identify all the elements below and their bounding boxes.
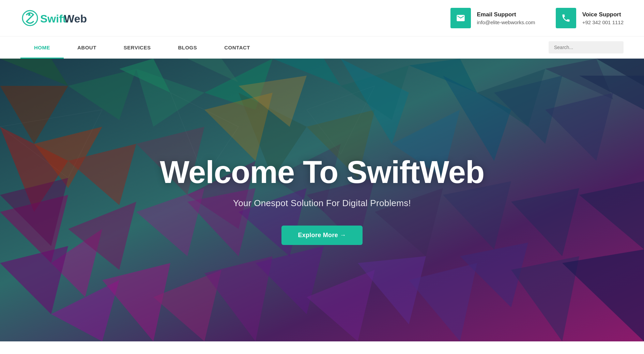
hero-title: Welcome To SwiftWeb [160,155,484,189]
svg-text:Web: Web [64,13,87,25]
logo[interactable]: Swift Web [20,6,95,30]
hero-content: Welcome To SwiftWeb Your Onespot Solutio… [153,155,491,245]
nav-item-blogs[interactable]: BLOGS [164,36,211,59]
email-address: info@elite-webworks.com [477,19,535,25]
contact-items: Email Support info@elite-webworks.com Vo… [450,8,624,28]
nav-item-home[interactable]: HOME [20,36,64,59]
explore-more-button[interactable]: Explore More → [281,226,362,245]
email-support-label: Email Support [477,11,535,18]
nav-links: HOME ABOUT SERVICES BLOGS CONTACT [20,36,549,59]
nav-item-about[interactable]: ABOUT [64,36,110,59]
phone-icon-box [556,8,576,28]
nav-item-services[interactable]: SERVICES [110,36,165,59]
nav-link-home[interactable]: HOME [20,36,64,59]
svg-text:Swift: Swift [40,13,66,25]
hero-section: Welcome To SwiftWeb Your Onespot Solutio… [0,59,644,341]
email-contact-item: Email Support info@elite-webworks.com [450,8,535,28]
phone-contact-item: Voice Support +92 342 001 1112 [556,8,624,28]
nav-item-contact[interactable]: CONTACT [211,36,264,59]
search-box[interactable] [549,41,624,53]
nav-link-services[interactable]: SERVICES [110,36,165,59]
email-icon [456,13,465,23]
header-top: Swift Web Email Support info@elite-webwo… [0,0,644,36]
phone-icon [561,13,571,23]
nav-link-contact[interactable]: CONTACT [211,36,264,59]
hero-subtitle: Your Onespot Solution For Digital Proble… [160,198,484,209]
search-input[interactable] [549,41,624,53]
nav-link-blogs[interactable]: BLOGS [164,36,211,59]
email-icon-box [450,8,471,28]
phone-number: +92 342 001 1112 [582,19,624,25]
nav-link-about[interactable]: ABOUT [64,36,110,59]
voice-support-label: Voice Support [582,11,624,18]
phone-contact-text: Voice Support +92 342 001 1112 [582,11,624,25]
email-contact-text: Email Support info@elite-webworks.com [477,11,535,25]
navbar: HOME ABOUT SERVICES BLOGS CONTACT [0,36,644,59]
